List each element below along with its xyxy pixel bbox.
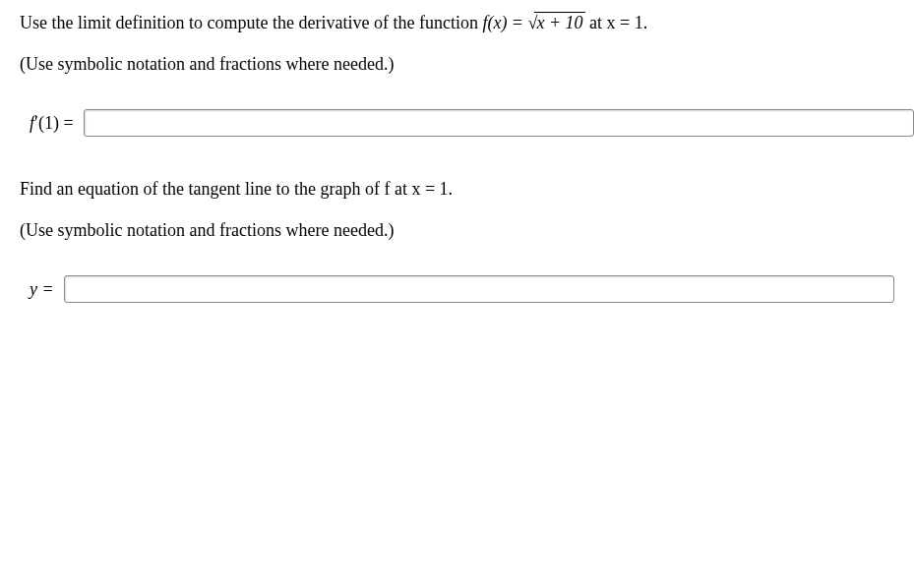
text-before: Use the limit definition to compute the … (20, 13, 482, 32)
answer-row-derivative: f′(1) = (20, 109, 894, 137)
tangent-input[interactable] (64, 275, 894, 303)
problem-statement-2: Find an equation of the tangent line to … (20, 176, 894, 203)
sqrt-argument: x + 10 (534, 12, 584, 32)
instruction-2: (Use symbolic notation and fractions whe… (20, 220, 894, 241)
answer-row-tangent: y = (20, 275, 894, 303)
function-lhs: f(x) = (482, 13, 527, 32)
problem-statement-1: Use the limit definition to compute the … (20, 10, 894, 36)
derivative-input[interactable] (84, 109, 914, 137)
instruction-1: (Use symbolic notation and fractions whe… (20, 54, 894, 75)
square-root-expression: √x + 10 (528, 10, 585, 36)
derivative-label: f′(1) = (20, 113, 74, 134)
tangent-label: y = (20, 279, 54, 300)
label-arg: (1) = (38, 113, 74, 133)
text-after: at x = 1. (589, 13, 647, 32)
